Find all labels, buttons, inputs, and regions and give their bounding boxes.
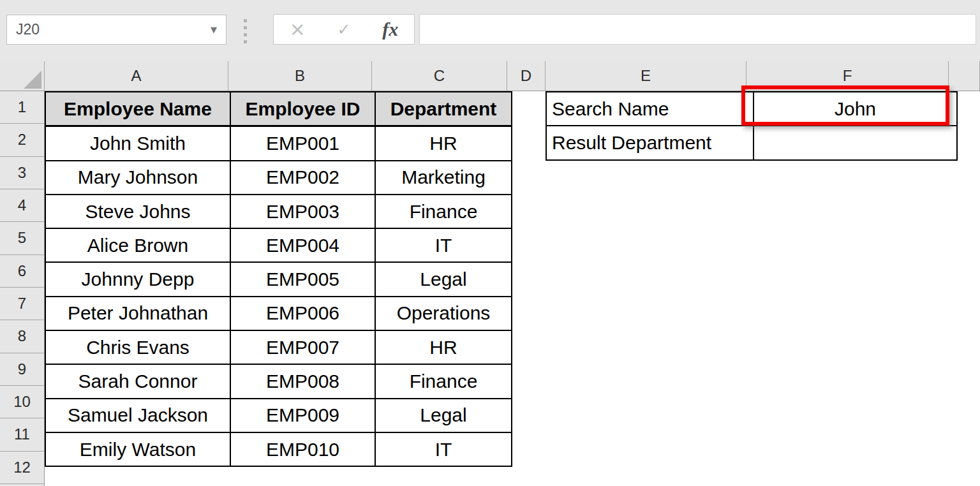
cell-c3[interactable]: Marketing — [375, 161, 512, 195]
table-row: John Smith EMP001 HR — [45, 126, 512, 161]
cell-a7[interactable]: Peter Johnathan — [45, 297, 230, 330]
column-header-d[interactable]: D — [507, 61, 546, 91]
enter-icon[interactable]: ✓ — [337, 21, 351, 38]
cell-a10[interactable]: Samuel Jackson — [45, 399, 230, 432]
table-row: Johnny Depp EMP005 Legal — [45, 262, 512, 296]
row-header-4[interactable]: 4 — [0, 189, 44, 222]
cell-b5[interactable]: EMP004 — [230, 228, 375, 262]
table-header-row: Employee Name Employee ID Department — [45, 92, 512, 126]
excel-window: J20 ▼ × ✓ fx A B C D E F 1 2 3 4 5 6 7 8 — [0, 0, 980, 486]
row-header-6[interactable]: 6 — [0, 255, 44, 288]
column-header-b[interactable]: B — [228, 61, 372, 91]
cell-a8[interactable]: Chris Evans — [45, 330, 230, 364]
column-header-c[interactable]: C — [372, 61, 507, 91]
cell-b6[interactable]: EMP005 — [230, 262, 375, 296]
cell-a11[interactable]: Emily Watson — [45, 432, 230, 466]
formula-button-group: × ✓ fx — [273, 14, 415, 45]
name-box[interactable]: J20 ▼ — [6, 15, 226, 45]
cell-c6[interactable]: Legal — [375, 262, 512, 296]
select-all-corner[interactable] — [0, 61, 45, 91]
table-row: Peter Johnathan EMP006 Operations — [45, 297, 512, 330]
cell-b3[interactable]: EMP002 — [230, 161, 375, 195]
column-header-a[interactable]: A — [45, 61, 228, 91]
cell-c9[interactable]: Finance — [375, 364, 512, 398]
row-header-1[interactable]: 1 — [0, 91, 44, 124]
cell-b7[interactable]: EMP006 — [230, 297, 375, 330]
name-box-dropdown-icon[interactable]: ▼ — [211, 25, 226, 34]
header-cell-department[interactable]: Department — [375, 92, 512, 126]
cell-c4[interactable]: Finance — [375, 195, 512, 228]
row-header-5[interactable]: 5 — [0, 222, 44, 254]
cell-c7[interactable]: Operations — [375, 297, 512, 330]
table-row: Sarah Connor EMP008 Finance — [45, 364, 512, 398]
row-header-9[interactable]: 9 — [0, 353, 44, 386]
cell-a2[interactable]: John Smith — [45, 126, 230, 161]
highlight-box — [741, 85, 949, 126]
name-box-value[interactable]: J20 — [7, 21, 211, 38]
row-header-11[interactable]: 11 — [0, 418, 44, 451]
row-header-2[interactable]: 2 — [0, 124, 44, 156]
table-row: Steve Johns EMP003 Finance — [45, 195, 512, 228]
table-row: Alice Brown EMP004 IT — [45, 228, 512, 262]
cell-b11[interactable]: EMP010 — [230, 432, 375, 466]
table-row: Mary Johnson EMP002 Marketing — [45, 161, 512, 195]
insert-function-icon[interactable]: fx — [382, 20, 398, 39]
row-header-7[interactable]: 7 — [0, 288, 44, 320]
row-header-3[interactable]: 3 — [0, 157, 44, 189]
column-header-e[interactable]: E — [546, 61, 746, 91]
cancel-icon[interactable]: × — [290, 20, 306, 39]
table-row: Result Department — [546, 126, 957, 159]
grip-dots-icon — [244, 19, 247, 43]
row-header-12[interactable]: 12 — [0, 452, 44, 484]
cell-b10[interactable]: EMP009 — [230, 399, 375, 432]
result-department-label-cell[interactable]: Result Department — [546, 126, 754, 159]
formula-bar[interactable] — [419, 14, 976, 45]
search-name-label-cell[interactable]: Search Name — [546, 92, 754, 126]
cell-c11[interactable]: IT — [375, 432, 512, 466]
cell-a9[interactable]: Sarah Connor — [45, 364, 230, 398]
header-cell-employee-name[interactable]: Employee Name — [45, 92, 230, 126]
cell-a6[interactable]: Johnny Depp — [45, 262, 230, 296]
cell-c2[interactable]: HR — [375, 126, 512, 161]
cell-c8[interactable]: HR — [375, 330, 512, 364]
column-header-partial[interactable] — [949, 61, 980, 91]
select-all-triangle-icon — [24, 71, 41, 89]
header-cell-employee-id[interactable]: Employee ID — [230, 92, 375, 126]
cell-a3[interactable]: Mary Johnson — [45, 161, 230, 195]
row-header-10[interactable]: 10 — [0, 386, 44, 418]
cell-b4[interactable]: EMP003 — [230, 195, 375, 228]
cell-c5[interactable]: IT — [375, 228, 512, 262]
table-row: Emily Watson EMP010 IT — [45, 432, 512, 466]
formula-toolbar: J20 ▼ × ✓ fx — [0, 0, 980, 61]
table-row: Samuel Jackson EMP009 Legal — [45, 399, 512, 432]
cell-b9[interactable]: EMP008 — [230, 364, 375, 398]
row-header-8[interactable]: 8 — [0, 320, 44, 353]
result-department-value-cell[interactable] — [754, 126, 957, 159]
cell-a4[interactable]: Steve Johns — [45, 195, 230, 228]
employee-table: Employee Name Employee ID Department Joh… — [45, 91, 512, 467]
table-row: Chris Evans EMP007 HR — [45, 330, 512, 364]
cell-b8[interactable]: EMP007 — [230, 330, 375, 364]
cell-b2[interactable]: EMP001 — [230, 126, 375, 161]
row-header-strip: 1 2 3 4 5 6 7 8 9 10 11 12 — [0, 91, 45, 486]
cell-c10[interactable]: Legal — [375, 399, 512, 432]
cell-a5[interactable]: Alice Brown — [45, 228, 230, 262]
